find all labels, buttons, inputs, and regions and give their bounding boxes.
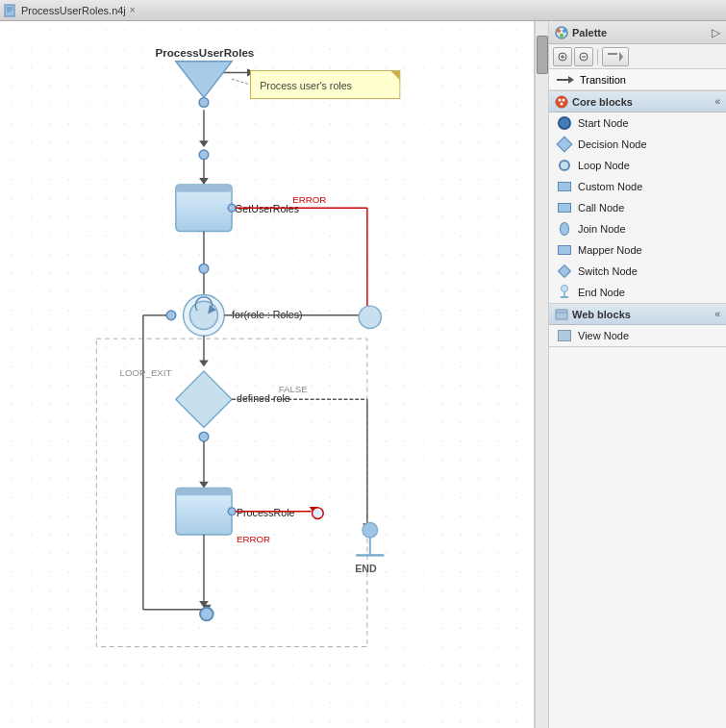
call-node-label: Call Node [578,202,624,213]
palette-item-decision-node[interactable]: Decision Node [549,134,726,155]
transition-item[interactable]: Transition [549,69,726,90]
svg-marker-82 [619,52,623,62]
scrollbar-thumb[interactable] [537,36,548,74]
diagram-svg: GetUserRoles ERROR for(role : Roles) [0,21,534,728]
core-blocks-icon [555,95,568,109]
palette-item-call-node[interactable]: Call Node [549,197,726,218]
zoom-in-icon [558,52,567,62]
svg-point-73 [557,29,561,33]
file-title: ProcessUserRoles.n4j [21,5,126,16]
palette-icon [555,26,568,39]
web-blocks-section: Web blocks « View Node [549,304,726,347]
custom-node-label: Custom Node [578,181,642,192]
palette-menu-icon [608,52,623,62]
join-node-icon [557,221,572,237]
palette-item-loop-node[interactable]: Loop Node [549,155,726,176]
palette-panel: Palette ▷ [548,21,726,728]
title-bar: ProcessUserRoles.n4j × [0,0,726,21]
palette-header: Palette ▷ [549,21,726,44]
svg-point-59 [363,522,378,538]
palette-item-switch-node[interactable]: Switch Node [549,261,726,282]
svg-point-75 [560,34,563,38]
decision-node-label: Decision Node [578,138,647,150]
core-blocks-collapse-button[interactable]: « [714,96,720,107]
view-node-label: View Node [578,330,629,341]
svg-text:ProcessRole: ProcessRole [237,507,295,518]
zoom-out-icon [579,52,588,62]
palette-item-view-node[interactable]: View Node [549,325,726,346]
svg-point-42 [199,432,209,441]
svg-text:FALSE: FALSE [279,384,309,394]
canvas-scrollbar[interactable] [535,21,548,728]
palette-item-mapper-node[interactable]: Mapper Node [549,239,726,261]
svg-point-26 [189,301,217,329]
svg-point-87 [562,286,568,292]
svg-point-83 [556,96,567,108]
palette-expand-button[interactable]: ▷ [712,26,720,39]
file-icon [4,4,17,17]
svg-text:ERROR: ERROR [292,194,326,205]
transition-label: Transition [580,74,626,86]
loop-node-icon [557,158,572,173]
zoom-out-button[interactable] [574,47,593,66]
transition-line-icon [557,76,574,84]
svg-point-33 [200,608,213,621]
svg-point-23 [199,264,209,273]
palette-item-join-node[interactable]: Join Node [549,218,726,239]
palette-item-start-node[interactable]: Start Node [549,113,726,134]
svg-text:GetUserRoles: GetUserRoles [235,203,299,214]
svg-point-36 [359,306,381,328]
diagram-canvas-area[interactable]: GetUserRoles ERROR for(role : Roles) [0,21,535,728]
svg-point-28 [166,311,176,320]
palette-item-custom-node[interactable]: Custom Node [549,176,726,197]
svg-point-86 [561,102,563,105]
svg-point-85 [563,98,565,101]
core-blocks-title: Core blocks [555,95,633,109]
svg-rect-0 [5,5,14,16]
svg-text:ProcessUserRoles: ProcessUserRoles [155,46,254,59]
svg-text:END: END [355,563,377,574]
palette-toolbar [549,44,726,69]
web-blocks-icon [555,308,568,321]
end-node-icon [557,285,572,300]
palette-menu-button[interactable] [602,47,629,66]
web-blocks-title: Web blocks [555,308,631,321]
svg-point-84 [559,98,562,101]
mapper-node-label: Mapper Node [578,244,642,256]
web-blocks-collapse-button[interactable]: « [714,309,720,319]
start-node-icon [557,115,572,131]
decision-node-icon [557,137,572,152]
svg-rect-15 [176,185,232,192]
mapper-node-icon [557,242,572,258]
svg-point-17 [228,204,236,212]
svg-rect-6 [3,21,531,728]
loop-node-label: Loop Node [578,160,630,171]
svg-text:for(role : Roles): for(role : Roles) [232,309,303,320]
svg-text:Process user's roles: Process user's roles [260,80,352,91]
zoom-in-button[interactable] [553,47,572,66]
switch-node-icon [557,264,572,279]
svg-point-74 [563,29,566,33]
core-blocks-header[interactable]: Core blocks « [549,91,726,113]
svg-text:ERROR: ERROR [237,534,270,544]
custom-node-icon [557,179,572,194]
svg-text:LOOP_EXIT: LOOP_EXIT [120,367,172,378]
svg-rect-90 [556,310,567,319]
close-tab-button[interactable]: × [130,5,136,15]
toolbar-separator [597,49,598,64]
main-layout: GetUserRoles ERROR for(role : Roles) [0,21,726,728]
web-blocks-header[interactable]: Web blocks « [549,304,726,325]
transition-section: Transition [549,69,726,91]
palette-item-end-node[interactable]: End Node [549,282,726,303]
call-node-icon [557,200,572,215]
switch-node-label: Switch Node [578,265,638,277]
start-node-label: Start Node [578,117,629,129]
svg-point-52 [228,508,236,515]
view-node-icon [557,328,572,343]
svg-rect-50 [176,488,232,495]
svg-rect-81 [608,53,617,55]
join-node-label: Join Node [578,223,626,235]
palette-title: Palette [555,26,607,39]
core-blocks-section: Core blocks « Start Node Decision Node [549,91,726,304]
svg-point-55 [313,508,324,519]
